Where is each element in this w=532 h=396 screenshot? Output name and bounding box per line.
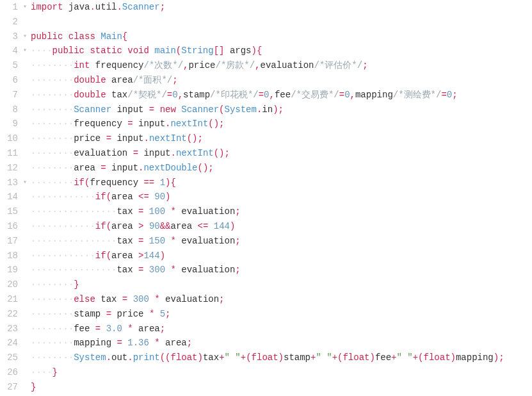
token-id: area [165,338,187,348]
token-op: ; [160,324,165,334]
fold-marker [20,204,29,219]
token-op: * [165,265,181,275]
token-cmt: /*交易费*/ [291,90,339,100]
code-line: ············if(area > 90&&area <= 144) [31,219,532,234]
line-number: 16 [0,219,18,234]
token-op: ( [106,221,111,231]
token-op: ; [362,60,367,70]
token-id: price [117,309,149,319]
token-kw: if [95,192,106,202]
token-op: > [138,221,149,231]
token-id: util [95,2,117,12]
token-op: ) [278,352,284,363]
token-id: input [143,148,170,158]
token-op: ; [208,163,213,173]
token-id: stamp [74,309,106,319]
indent-guides: ········ [31,279,74,290]
token-num: 90 [154,192,165,202]
indent-guides: ········ [31,309,74,319]
token-func: nextInt [170,119,208,129]
code-line: ········mapping = 1.36 * area; [31,336,532,351]
token-op: , [255,60,260,70]
indent-guides: ················ [31,236,117,246]
token-op: } [31,382,36,392]
token-func: nextInt [176,148,214,158]
token-op: * [149,338,165,348]
indent-guides: ········ [31,352,74,363]
token-kw: import [31,2,63,12]
token-op: } [74,279,79,290]
token-op: , [350,90,355,100]
code-line: ············if(area <= 90) [31,190,532,204]
line-number: 23 [0,322,18,336]
line-number: 7 [0,88,18,103]
token-op: = [138,265,149,275]
token-type: Scanner [122,2,160,12]
indent-guides: ········ [31,119,74,129]
code-area[interactable]: import java.util.Scanner;public class Ma… [29,0,532,395]
line-number: 20 [0,277,18,292]
fold-marker [20,58,29,73]
token-id: java [63,2,90,12]
line-number-gutter: 1234567891011121314151617181920212223242… [0,0,20,395]
token-id: price [74,133,106,144]
token-op: () [187,133,198,144]
token-op: = [101,163,111,173]
token-id: evaluation [74,148,133,158]
token-op: ) [165,192,170,202]
code-line: ········evaluation = input.nextInt(); [31,146,532,161]
code-line: import java.util.Scanner; [31,0,532,15]
line-number: 5 [0,58,18,73]
token-id: tax [111,90,127,100]
token-op: ) [198,352,203,363]
token-kw: class [69,31,101,42]
token-op: ; [235,236,240,246]
token-op: = [133,148,144,158]
token-cmt: /*次数*/ [143,60,183,70]
token-op: && [160,221,171,231]
token-num: 1 [160,177,165,188]
code-line: ················tax = 100 * evaluation; [31,204,532,219]
fold-marker [20,249,29,263]
indent-guides: ········ [31,148,74,158]
token-id: fee [275,90,291,100]
token-op: ; [160,2,165,12]
token-str: " " [316,352,332,363]
code-line: ················tax = 150 * evaluation; [31,234,532,249]
indent-guides: ········ [31,60,74,70]
token-op: +( [413,352,424,363]
token-id: area [111,192,138,202]
code-line: ········} [31,277,532,292]
code-line: ········frequency = input.nextInt(); [31,117,532,131]
fold-marker[interactable]: ▾ [20,44,29,58]
token-op: ) [273,104,278,115]
token-op: = [106,133,117,144]
token-type: Scanner [181,104,219,115]
token-id: area [138,324,160,334]
token-op: = [95,324,106,334]
fold-marker[interactable]: ▾ [20,0,29,15]
token-kw: float [252,352,278,363]
fold-marker [20,88,29,103]
line-number: 25 [0,351,18,365]
token-kw: if [95,251,106,261]
token-op: ) [451,352,456,363]
code-line: ········System.out.print((float)tax+" "+… [31,351,532,365]
token-op: * [149,309,160,319]
token-op: * [122,324,138,334]
token-kw: double [74,75,111,85]
code-line: } [31,380,532,395]
indent-guides: ········ [31,75,74,85]
token-id: input [111,163,138,173]
token-num: 90 [149,221,160,231]
line-number: 22 [0,307,18,322]
fold-marker[interactable]: ▾ [20,29,29,44]
code-line: ········if(frequency == 1){ [31,176,532,190]
token-op: = [127,119,138,129]
fold-marker[interactable]: ▾ [20,176,29,190]
fold-marker [20,161,29,176]
code-editor: 1234567891011121314151617181920212223242… [0,0,532,395]
token-op: { [257,45,262,56]
line-number: 8 [0,103,18,117]
fold-marker [20,307,29,322]
